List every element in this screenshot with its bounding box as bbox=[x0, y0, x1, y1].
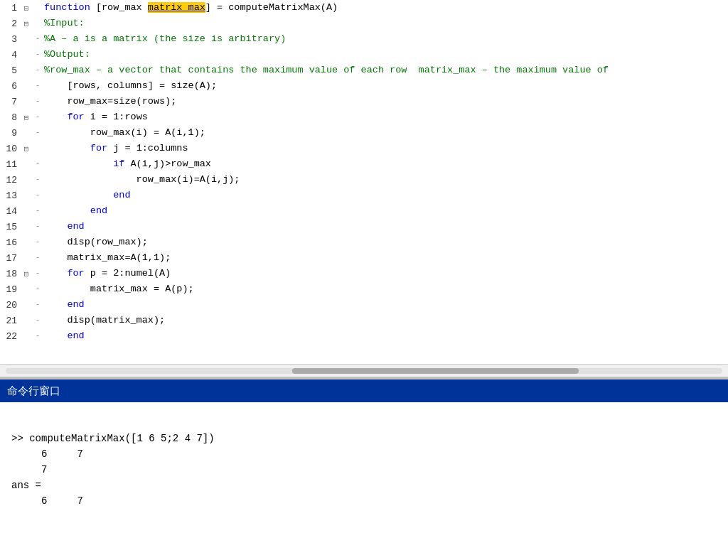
fold-indicator-4 bbox=[20, 47, 33, 63]
line-dash-14: - bbox=[33, 203, 43, 219]
code-content-21: disp(matrix_max); bbox=[43, 313, 728, 328]
line-dash-12: - bbox=[33, 172, 43, 188]
line-number-8: 8 bbox=[0, 109, 20, 125]
fold-indicator-8[interactable]: ⊟ bbox=[20, 109, 33, 125]
code-content-19: matrix_max = A(p); bbox=[43, 281, 728, 297]
line-dash-10 bbox=[33, 141, 43, 156]
line-dash-1 bbox=[33, 0, 43, 16]
horizontal-scrollbar[interactable] bbox=[0, 364, 728, 377]
line-number-9: 9 bbox=[0, 125, 20, 141]
line-number-3: 3 bbox=[0, 31, 20, 47]
fold-indicator-9 bbox=[20, 125, 33, 141]
line-dash-17: - bbox=[33, 250, 43, 266]
code-line-16: 16- disp(row_max); bbox=[0, 235, 728, 250]
command-window-body[interactable]: >> computeMatrixMax([1 6 5;2 4 7]) 6 7 7… bbox=[0, 402, 728, 560]
line-dash-4: - bbox=[33, 47, 43, 63]
fold-indicator-13 bbox=[20, 188, 33, 203]
fold-indicator-21 bbox=[20, 313, 33, 328]
code-content-13: end bbox=[43, 188, 728, 203]
line-number-17: 17 bbox=[0, 250, 20, 266]
line-dash-8: - bbox=[33, 109, 43, 125]
line-dash-11: - bbox=[33, 156, 43, 172]
fold-indicator-15 bbox=[20, 219, 33, 235]
code-content-22: end bbox=[43, 328, 728, 344]
code-area[interactable]: 1⊟function [row_max matrix_max] = comput… bbox=[0, 0, 728, 364]
fold-indicator-14 bbox=[20, 203, 33, 219]
fold-indicator-10[interactable]: ⊟ bbox=[20, 141, 33, 156]
fold-indicator-20 bbox=[20, 297, 33, 313]
line-number-22: 22 bbox=[0, 328, 20, 344]
line-number-12: 12 bbox=[0, 172, 20, 188]
fold-indicator-22 bbox=[20, 328, 33, 344]
code-content-18: for p = 2:numel(A) bbox=[43, 266, 728, 281]
line-dash-2 bbox=[33, 16, 43, 31]
line-number-7: 7 bbox=[0, 94, 20, 109]
code-line-21: 21- disp(matrix_max); bbox=[0, 313, 728, 328]
line-number-20: 20 bbox=[0, 297, 20, 313]
code-content-7: row_max=size(rows); bbox=[43, 94, 728, 109]
fold-indicator-11 bbox=[20, 156, 33, 172]
line-number-19: 19 bbox=[0, 281, 20, 297]
code-line-15: 15- end bbox=[0, 219, 728, 235]
code-content-11: if A(i,j)>row_max bbox=[43, 156, 728, 172]
cmd-command: computeMatrixMax([1 6 5;2 4 7]) bbox=[23, 433, 215, 444]
code-table: 1⊟function [row_max matrix_max] = comput… bbox=[0, 0, 728, 344]
cmd-output-line-5: ans = bbox=[11, 478, 717, 493]
code-line-8: 8⊟- for i = 1:rows bbox=[0, 109, 728, 125]
fold-indicator-7 bbox=[20, 94, 33, 109]
code-content-10: for j = 1:columns bbox=[43, 141, 728, 156]
line-number-2: 2 bbox=[0, 16, 20, 31]
code-content-4: %Output: bbox=[43, 47, 728, 63]
code-line-5: 5-%row_max – a vector that contains the … bbox=[0, 63, 728, 78]
cmd-output-line-0: 6 7 bbox=[11, 446, 717, 462]
hscroll-track[interactable] bbox=[6, 368, 722, 374]
fold-indicator-17 bbox=[20, 250, 33, 266]
code-line-6: 6- [rows, columns] = size(A); bbox=[0, 78, 728, 94]
code-line-22: 22- end bbox=[0, 328, 728, 344]
code-content-15: end bbox=[43, 219, 728, 235]
line-dash-9: - bbox=[33, 125, 43, 141]
fold-indicator-1[interactable]: ⊟ bbox=[20, 0, 33, 16]
line-dash-6: - bbox=[33, 78, 43, 94]
line-number-14: 14 bbox=[0, 203, 20, 219]
code-line-20: 20- end bbox=[0, 297, 728, 313]
fold-indicator-3 bbox=[20, 31, 33, 47]
fold-indicator-2[interactable]: ⊟ bbox=[20, 16, 33, 31]
code-line-14: 14- end bbox=[0, 203, 728, 219]
line-number-21: 21 bbox=[0, 313, 20, 328]
code-line-7: 7- row_max=size(rows); bbox=[0, 94, 728, 109]
code-content-20: end bbox=[43, 297, 728, 313]
line-number-18: 18 bbox=[0, 266, 20, 281]
line-number-11: 11 bbox=[0, 156, 20, 172]
line-dash-13: - bbox=[33, 188, 43, 203]
line-dash-22: - bbox=[33, 328, 43, 344]
code-content-1: function [row_max matrix_max] = computeM… bbox=[43, 0, 728, 16]
line-number-6: 6 bbox=[0, 78, 20, 94]
cmd-output-line-2: 7 bbox=[11, 462, 717, 478]
fold-indicator-18[interactable]: ⊟ bbox=[20, 266, 33, 281]
line-number-15: 15 bbox=[0, 219, 20, 235]
code-content-12: row_max(i)=A(i,j); bbox=[43, 172, 728, 188]
code-line-1: 1⊟function [row_max matrix_max] = comput… bbox=[0, 0, 728, 16]
code-content-9: row_max(i) = A(i,1); bbox=[43, 125, 728, 141]
cmd-prompt-symbol: >> bbox=[11, 433, 23, 444]
line-dash-18: - bbox=[33, 266, 43, 281]
line-number-13: 13 bbox=[0, 188, 20, 203]
command-window-pane: 命令行窗口 >> computeMatrixMax([1 6 5;2 4 7])… bbox=[0, 379, 728, 560]
code-line-11: 11- if A(i,j)>row_max bbox=[0, 156, 728, 172]
line-dash-21: - bbox=[33, 313, 43, 328]
code-line-17: 17- matrix_max=A(1,1); bbox=[0, 250, 728, 266]
code-content-8: for i = 1:rows bbox=[43, 109, 728, 125]
code-content-16: disp(row_max); bbox=[43, 235, 728, 250]
hscroll-thumb[interactable] bbox=[292, 368, 579, 374]
fold-indicator-16 bbox=[20, 235, 33, 250]
code-line-3: 3-%A – a is a matrix (the size is arbitr… bbox=[0, 31, 728, 47]
code-content-3: %A – a is a matrix (the size is arbitrar… bbox=[43, 31, 728, 47]
fold-indicator-5 bbox=[20, 63, 33, 78]
code-content-5: %row_max – a vector that contains the ma… bbox=[43, 63, 728, 78]
code-line-4: 4-%Output: bbox=[0, 47, 728, 63]
command-window-header: 命令行窗口 bbox=[0, 379, 728, 402]
code-content-6: [rows, columns] = size(A); bbox=[43, 78, 728, 94]
code-content-17: matrix_max=A(1,1); bbox=[43, 250, 728, 266]
line-dash-20: - bbox=[33, 297, 43, 313]
